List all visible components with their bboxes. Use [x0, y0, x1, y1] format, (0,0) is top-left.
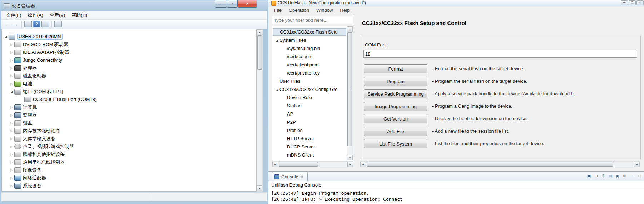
tree-item-imaging[interactable]: 图像设备 [2, 166, 256, 174]
tab-console[interactable]: Console × [272, 172, 308, 181]
tree-item-http-server[interactable]: HTTP Server [273, 135, 346, 142]
tree-item-usb[interactable]: 通用串行总线控制器 [2, 158, 256, 166]
uniflash-titlebar[interactable]: CCS UniFlash - New Configuration (unsave… [268, 0, 644, 6]
tree-item-device-role[interactable]: Device Role [273, 94, 346, 101]
tree-item-dhcp-server[interactable]: DHCP Server [273, 143, 346, 151]
close-button[interactable]: × [238, 0, 257, 8]
uniflash-window: CCS UniFlash - New Configuration (unsave… [268, 0, 644, 204]
tree-item-hid[interactable]: 人体学输入设备 [2, 135, 256, 142]
tree-item-processor[interactable]: 处理器 [2, 64, 256, 72]
tree-item-system-files[interactable]: System Files [273, 36, 346, 44]
program-button[interactable]: Program [364, 77, 427, 86]
filter-input[interactable] [272, 16, 353, 24]
device-tree-scrollbar[interactable]: ▲ ▼ [257, 29, 263, 192]
tree-item-ca-pem[interactable]: /cert/ca.pem [273, 53, 346, 60]
scroll-right-icon[interactable]: ▶ [347, 162, 353, 167]
uniflash-maximize-button[interactable]: □ [629, 0, 636, 5]
tree-item-cc3200lp[interactable]: CC3200LP Dual Port (COM18) [2, 96, 256, 103]
collapsed-arrow-icon [9, 51, 14, 54]
uniflash-app-icon [271, 1, 276, 6]
scroll-down-icon[interactable]: ▼ [257, 185, 262, 191]
tree-horizontal-scrollbar[interactable]: ◀ ▶ [272, 161, 353, 167]
download-here-link[interactable]: h [571, 91, 574, 96]
menu-file[interactable]: 文件(F) [3, 11, 25, 19]
pin-console-icon[interactable] [614, 173, 621, 179]
tree-item-config-groups[interactable]: CC31xx/CC32xx Config Gro [273, 86, 346, 93]
scrollbar-thumb[interactable] [279, 162, 318, 167]
tree-item-jungo[interactable]: Jungo Connectivity [2, 56, 256, 64]
scroll-up-icon[interactable]: ▲ [257, 29, 262, 35]
scroll-lock-icon[interactable] [593, 173, 599, 179]
tree-item-monitor[interactable]: 监视器 [2, 111, 256, 119]
tree-item-ap[interactable]: AP [273, 110, 346, 118]
menu-help[interactable]: Help [337, 7, 352, 14]
tree-item-profiles[interactable]: Profiles [273, 127, 346, 134]
collapsed-arrow-icon [9, 106, 14, 109]
tree-item-battery[interactable]: 电池 [2, 80, 256, 87]
com-port-input[interactable] [363, 50, 637, 58]
tree-item-client-pem[interactable]: /cert/client.pem [273, 61, 346, 68]
uniflash-minimize-button[interactable]: ─ [621, 0, 628, 5]
uniflash-menubar: File Operation Window Help [268, 6, 644, 14]
forward-icon[interactable]: → [12, 21, 19, 27]
scroll-left-icon[interactable]: ◀ [360, 162, 366, 167]
word-wrap-icon[interactable] [600, 173, 606, 179]
scan-hardware-changes-icon[interactable] [54, 21, 62, 27]
menu-window[interactable]: Window [313, 7, 336, 14]
get-version-button[interactable]: Get Version [364, 114, 427, 123]
list-file-system-button[interactable]: List File System [364, 139, 427, 148]
tree-item-p2p[interactable]: P2P [273, 118, 346, 126]
menu-file[interactable]: File [271, 7, 284, 14]
format-button[interactable]: Format [364, 64, 427, 73]
uniflash-close-button[interactable]: × [636, 0, 644, 5]
menu-view[interactable]: 查看(V) [46, 11, 68, 19]
add-file-button[interactable]: Add File [364, 127, 427, 136]
scrollbar-thumb[interactable] [367, 162, 613, 167]
scroll-left-icon[interactable]: ◀ [272, 162, 278, 167]
panel-horizontal-scrollbar[interactable]: ◀ ▶ [360, 161, 640, 167]
console-window-icon[interactable] [24, 21, 32, 27]
tree-item-ports[interactable]: 端口 (COM 和 LPT) [2, 88, 256, 95]
tree-item-mouse[interactable]: 鼠标和其他指针设备 [2, 151, 256, 158]
open-console-icon[interactable] [621, 173, 628, 179]
scroll-down-icon[interactable]: ▼ [347, 155, 353, 160]
tree-item-mdns-client[interactable]: mDNS Client [273, 151, 346, 159]
scrollbar-thumb[interactable] [257, 35, 262, 70]
tree-item-station[interactable]: Station [273, 102, 346, 109]
properties-icon[interactable] [41, 21, 49, 27]
tree-item-computer-node[interactable]: 计算机 [2, 103, 256, 111]
menu-operation[interactable]: Operation [286, 7, 312, 14]
close-icon[interactable]: × [300, 174, 303, 179]
back-icon[interactable]: ← [4, 21, 11, 27]
scrollbar-thumb[interactable] [347, 32, 352, 146]
tree-vertical-scrollbar[interactable]: ▲ ▼ [347, 26, 353, 160]
minimize-view-icon[interactable] [630, 173, 636, 179]
tree-item-computer-root[interactable]: USER-20160626MN [2, 33, 256, 40]
tree-item-system[interactable]: 系统设备 [2, 182, 256, 189]
tree-item-flash-setup[interactable]: CC31xx/CC32xx Flash Setu [273, 28, 346, 36]
tree-item-display[interactable]: 显示适配器 [2, 190, 256, 192]
scroll-right-icon[interactable]: ▶ [634, 162, 640, 167]
tree-item-private-key[interactable]: /cert/private.key [273, 69, 346, 77]
maximize-view-icon[interactable] [636, 173, 643, 179]
menu-help[interactable]: 帮助(H) [68, 11, 90, 19]
tree-item-keyboard[interactable]: 键盘 [2, 119, 256, 127]
tree-item-audio[interactable]: 声音、视频和游戏控制器 [2, 143, 256, 150]
minimize-button[interactable]: ─ [215, 0, 227, 8]
clear-console-icon[interactable] [607, 173, 614, 179]
tree-item-disk[interactable]: 磁盘驱动器 [2, 72, 256, 80]
tree-item-dvd[interactable]: DVD/CD-ROM 驱动器 [2, 41, 256, 48]
tree-item-memory[interactable]: 内存技术驱动程序 [2, 127, 256, 134]
tree-item-user-files[interactable]: User Files [273, 77, 346, 85]
tree-item-network[interactable]: 网络适配器 [2, 174, 256, 182]
service-pack-programming-button[interactable]: Service Pack Programming [364, 89, 427, 98]
copy-console-icon[interactable] [586, 173, 592, 179]
image-programming-button[interactable]: Image Programming [364, 102, 427, 111]
scroll-up-icon[interactable]: ▲ [347, 26, 353, 32]
menu-action[interactable]: 操作(A) [25, 11, 46, 19]
tree-item-ide[interactable]: IDE ATA/ATAPI 控制器 [2, 49, 256, 56]
maximize-button[interactable]: ▫ [227, 0, 238, 8]
get-version-description: - Display the bootloader version on the … [432, 116, 642, 123]
help-icon[interactable]: ? [33, 21, 40, 27]
tree-item-mcuimg[interactable]: /sys/mcuimg.bin [273, 45, 346, 52]
